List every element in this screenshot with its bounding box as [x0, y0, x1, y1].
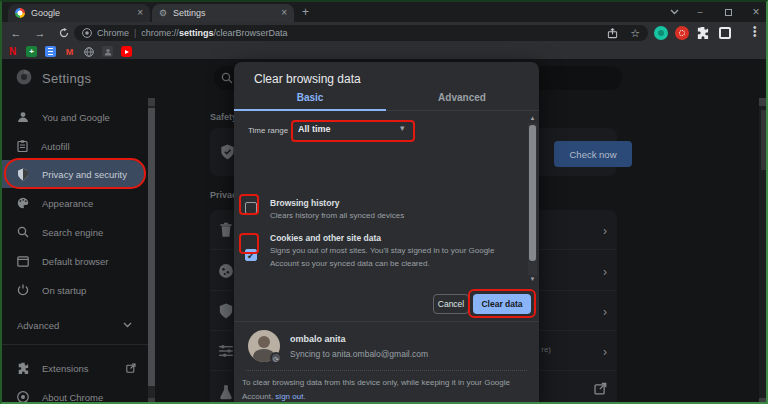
- bookmark-youtube-icon[interactable]: [121, 46, 132, 57]
- sidebar-scrollbar[interactable]: [148, 98, 155, 404]
- sidebar-label: Search engine: [42, 227, 103, 238]
- item-title: Browsing history: [270, 198, 339, 208]
- palette-icon: [17, 197, 29, 209]
- cancel-button[interactable]: Cancel: [433, 294, 469, 314]
- tab-row-border: [386, 110, 539, 111]
- bookmark-person-icon[interactable]: [102, 46, 113, 57]
- address-bar[interactable]: Chrome | chrome://settings/clearBrowserD…: [74, 25, 648, 41]
- tab-strip: Google × ⚙ Settings × + – ×: [2, 2, 766, 22]
- sidebar-label: On startup: [42, 285, 86, 296]
- chrome-logo-icon: [17, 391, 29, 403]
- active-tab-underline: [234, 109, 386, 111]
- sidebar-label: You and Google: [42, 112, 110, 123]
- page-scrollbar[interactable]: [759, 98, 768, 404]
- chevron-right-icon: ›: [603, 265, 607, 279]
- person-icon: [17, 111, 29, 123]
- scroll-up-icon[interactable]: [148, 98, 155, 106]
- footer-text: .: [303, 392, 305, 401]
- bookmark-docs-icon[interactable]: [45, 46, 56, 57]
- sidebar-item-default-browser[interactable]: Default browser: [2, 247, 148, 275]
- tab-basic[interactable]: Basic: [234, 92, 386, 103]
- bookmark-star-icon[interactable]: ☆: [630, 27, 640, 40]
- clipboard-icon: [17, 140, 28, 152]
- chevron-right-icon: ›: [603, 224, 607, 238]
- menu-kebab-icon[interactable]: •••: [753, 26, 757, 38]
- dropdown-arrow-icon: ▾: [400, 123, 405, 133]
- check-now-button[interactable]: Check now: [554, 141, 632, 167]
- sidebar-item-you-and-google[interactable]: You and Google: [2, 103, 148, 131]
- clear-data-button[interactable]: Clear data: [473, 294, 531, 314]
- engine-label: Chrome: [97, 28, 129, 38]
- toolbar: ← → Chrome | chrome://settings/clearBrow…: [2, 22, 766, 44]
- sidebar-item-about-chrome[interactable]: About Chrome: [2, 383, 148, 404]
- bookmark-sheets-icon[interactable]: +: [26, 46, 37, 57]
- tab-title: Settings: [173, 8, 275, 18]
- sidebar-item-on-startup[interactable]: On startup: [2, 276, 148, 304]
- power-icon: [17, 284, 29, 296]
- maximize-button[interactable]: [716, 2, 740, 22]
- extension-red-icon[interactable]: [675, 26, 689, 40]
- share-icon[interactable]: [607, 28, 618, 39]
- sidebar-item-autofill[interactable]: Autofill: [2, 132, 148, 160]
- external-link-icon: [126, 363, 136, 373]
- cookie-icon: [218, 263, 234, 279]
- close-window-button[interactable]: ×: [744, 2, 768, 22]
- tab-settings[interactable]: ⚙ Settings ×: [152, 4, 294, 22]
- sign-out-link[interactable]: sign out: [275, 392, 303, 401]
- bookmark-netflix-icon[interactable]: N: [7, 46, 18, 57]
- forward-icon[interactable]: →: [32, 25, 48, 41]
- time-range-select[interactable]: All time: [298, 124, 331, 134]
- advanced-label: Advanced: [17, 320, 59, 331]
- external-link-icon: [594, 382, 607, 395]
- scrollbar-thumb[interactable]: [761, 110, 768, 170]
- sidebar-advanced-toggle[interactable]: Advanced: [2, 315, 148, 335]
- sidebar-label: Autofill: [41, 141, 70, 152]
- gear-favicon-icon: ⚙: [159, 8, 167, 18]
- chrome-menu-logo-icon: [16, 69, 32, 85]
- bookmark-gmail-icon[interactable]: M: [64, 46, 75, 57]
- tab-google[interactable]: Google ×: [8, 4, 150, 22]
- back-icon[interactable]: ←: [8, 25, 24, 41]
- sidebar-item-search-engine[interactable]: Search engine: [2, 218, 148, 246]
- browser-window-icon: [17, 256, 29, 267]
- tab-close-icon[interactable]: ×: [281, 8, 287, 18]
- scroll-down-icon[interactable]: [148, 398, 155, 404]
- dialog-title: Clear browsing data: [254, 72, 361, 86]
- sidebar-label: Default browser: [42, 256, 109, 267]
- tab-advanced[interactable]: Advanced: [386, 92, 538, 103]
- bookmark-globe-icon[interactable]: [83, 46, 94, 57]
- scrollbar-thumb[interactable]: [148, 108, 155, 386]
- scroll-down-icon[interactable]: ▼: [528, 275, 537, 284]
- item-desc: Signs you out of most sites. You'll stay…: [270, 245, 522, 270]
- scroll-down-icon[interactable]: [759, 398, 768, 404]
- minimize-button[interactable]: –: [688, 2, 712, 22]
- sidebar-label: Extensions: [42, 363, 113, 374]
- tab-search-icon[interactable]: [662, 2, 686, 22]
- dialog-scrollbar[interactable]: ▲ ▼: [528, 114, 537, 284]
- account-name: ombalo anita: [290, 334, 346, 344]
- new-tab-button[interactable]: +: [302, 6, 309, 18]
- sidebar-item-extensions[interactable]: Extensions: [2, 354, 148, 382]
- sync-badge-icon: ⟳: [270, 352, 282, 364]
- settings-page-title: Settings: [42, 71, 91, 86]
- scrollbar-thumb[interactable]: [529, 125, 536, 261]
- scroll-up-icon[interactable]: [759, 98, 768, 106]
- sidebar-label: Appearance: [42, 198, 93, 209]
- sidebar-label: Privacy and security: [42, 169, 127, 180]
- dialog-divider: [234, 321, 539, 322]
- extensions-puzzle-icon[interactable]: [696, 26, 710, 40]
- clear-browsing-data-dialog: Clear browsing data Basic Advanced Time …: [234, 62, 539, 404]
- flask-icon: [218, 384, 234, 400]
- reload-icon[interactable]: [56, 25, 72, 41]
- profile-avatar-icon[interactable]: [718, 26, 732, 40]
- extension-green-icon[interactable]: [654, 26, 668, 40]
- account-sync-status: Syncing to anita.ombalo@gmail.com: [290, 349, 428, 359]
- tab-close-icon[interactable]: ×: [137, 8, 143, 18]
- checkbox-cookies[interactable]: ✓: [245, 249, 257, 261]
- sidebar-item-appearance[interactable]: Appearance: [2, 189, 148, 217]
- scroll-up-icon[interactable]: ▲: [528, 114, 537, 123]
- checkbox-browsing-history[interactable]: [245, 202, 257, 214]
- sidebar-divider: [2, 344, 148, 345]
- sidebar-item-privacy-and-security[interactable]: Privacy and security: [2, 160, 145, 188]
- tune-icon: [218, 343, 234, 359]
